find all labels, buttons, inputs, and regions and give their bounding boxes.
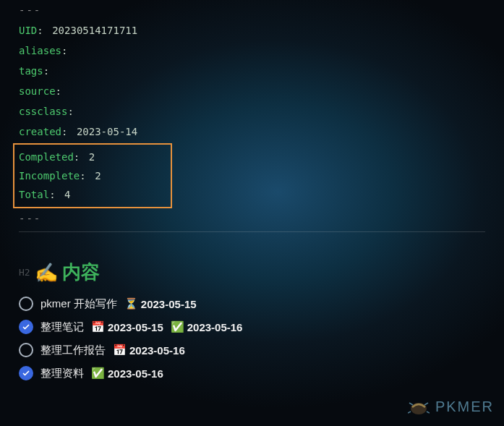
task-checkbox[interactable] <box>19 343 33 357</box>
heading-level-label: H2 <box>19 267 30 278</box>
badge-icon: 📅 <box>91 320 105 333</box>
pencil-icon: ✍️ <box>35 262 58 284</box>
badge-date: 2023-05-15 <box>141 298 197 310</box>
task-row: 整理笔记📅2023-05-15✅2023-05-16 <box>19 320 485 334</box>
stat-completed: Completed: 2 <box>19 148 166 166</box>
badge-icon: ⏳ <box>124 297 138 310</box>
meta-key: created <box>19 126 61 137</box>
frontmatter-dashes-bottom: --- <box>19 208 485 229</box>
badge-icon: ✅ <box>171 320 184 333</box>
task-text: 整理资料 <box>40 367 84 380</box>
frontmatter-dashes-top: --- <box>19 0 485 20</box>
meta-key: Incomplete <box>19 170 80 182</box>
meta-created: created: 2023-05-14 <box>19 122 485 142</box>
task-text: 整理笔记 <box>40 320 84 334</box>
task-checkbox[interactable] <box>19 366 33 380</box>
stats-highlight-box: Completed: 2 Incomplete: 2 Total: 4 <box>13 143 172 208</box>
date-badge: 📅2023-05-15 <box>91 320 163 333</box>
badge-date: 2023-05-16 <box>187 321 243 333</box>
meta-value: 4 <box>64 189 70 200</box>
meta-key: Total <box>19 189 49 200</box>
meta-value: 2023-05-14 <box>77 126 137 137</box>
divider <box>19 231 485 232</box>
task-row: 整理资料✅2023-05-16 <box>19 366 485 380</box>
meta-value: 2 <box>95 170 101 182</box>
svg-line-1 <box>409 403 413 405</box>
stat-total: Total: 4 <box>19 185 166 204</box>
task-checkbox[interactable] <box>19 320 33 334</box>
badge-date: 2023-05-15 <box>108 321 163 333</box>
watermark-text: PKMER <box>435 399 494 415</box>
badge-icon: 📅 <box>113 344 127 357</box>
badge-date: 2023-05-16 <box>108 367 163 380</box>
page-heading: H2 ✍️ 内容 <box>19 254 485 297</box>
meta-source: source: <box>19 81 485 101</box>
meta-aliases: aliases: <box>19 41 485 61</box>
task-row: pkmer 开始写作⏳2023-05-15 <box>19 297 485 311</box>
svg-line-4 <box>427 412 430 413</box>
date-badge: ✅2023-05-16 <box>91 367 163 380</box>
heading-text: 内容 <box>62 260 100 285</box>
meta-key: tags <box>19 65 43 77</box>
task-text: 整理工作报告 <box>40 344 106 357</box>
date-badge: 📅2023-05-16 <box>113 344 185 357</box>
meta-key: aliases <box>19 45 61 56</box>
badge-date: 2023-05-16 <box>129 344 185 357</box>
meta-key: UID <box>19 25 37 36</box>
watermark: PKMER <box>408 397 494 416</box>
badge-icon: ✅ <box>91 367 105 380</box>
meta-key: Completed <box>19 151 74 163</box>
meta-cssclass: cssclass: <box>19 101 485 122</box>
meta-key: source <box>19 85 56 97</box>
date-badge: ✅2023-05-16 <box>171 320 243 333</box>
date-badge: ⏳2023-05-15 <box>124 297 197 310</box>
meta-value: 2 <box>89 151 95 163</box>
svg-line-3 <box>408 412 411 413</box>
stat-incomplete: Incomplete: 2 <box>19 166 166 185</box>
task-text: pkmer 开始写作 <box>40 297 117 311</box>
meta-tags: tags: <box>19 61 485 81</box>
meta-value: 20230514171711 <box>52 25 137 36</box>
svg-line-2 <box>424 403 428 405</box>
watermark-icon <box>408 397 430 416</box>
task-row: 整理工作报告📅2023-05-16 <box>19 343 485 357</box>
meta-uid: UID: 20230514171711 <box>19 20 485 41</box>
task-list: pkmer 开始写作⏳2023-05-15整理笔记📅2023-05-15✅202… <box>19 297 485 380</box>
meta-key: cssclass <box>19 106 67 117</box>
task-checkbox[interactable] <box>19 297 33 311</box>
